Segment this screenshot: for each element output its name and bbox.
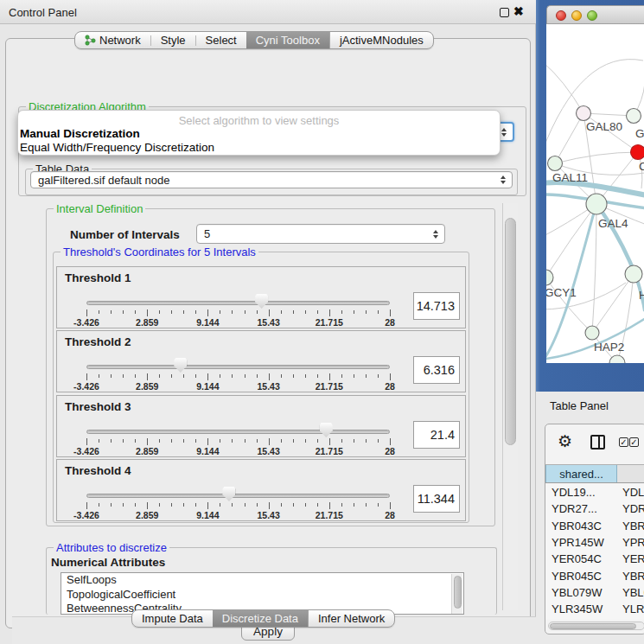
tab-cyni-toolbox[interactable]: Cyni Toolbox [246, 32, 329, 48]
cell-name[interactable]: YBR0 [617, 570, 644, 583]
cell-name[interactable]: YDR2 [617, 502, 644, 515]
attribute-list-item[interactable]: TopologicalCoefficient [61, 588, 463, 603]
threshold-slider-track[interactable] [86, 430, 390, 434]
panel-scrollbar[interactable] [502, 203, 518, 610]
threshold-value-field[interactable]: 11.344 [413, 485, 460, 513]
numerical-attributes-list[interactable]: SelfLoopsTopologicalCoefficientBetweenne… [61, 572, 464, 615]
table-row[interactable]: YER054CYER0 [545, 551, 644, 567]
tick-mark [281, 310, 282, 314]
tab-style[interactable]: Style [151, 32, 195, 48]
cell-name[interactable]: YER0 [617, 552, 644, 565]
threshold-slider-thumb[interactable] [320, 423, 333, 437]
HAP2-node[interactable] [585, 326, 599, 340]
cell-shared-name[interactable]: YLR345W [545, 603, 617, 615]
threshold-value-field[interactable]: 14.713 [413, 292, 460, 320]
scrollbar-thumb[interactable] [454, 576, 462, 609]
scrollbar-thumb[interactable] [550, 623, 636, 629]
dropdown-options: Manual DiscretizationEqual Width/Frequen… [18, 127, 500, 155]
table-row[interactable]: YBR043CYBR0 [545, 518, 644, 534]
cell-shared-name[interactable]: YBR043C [545, 520, 617, 532]
table-horizontal-scrollbar[interactable] [548, 622, 644, 630]
threshold-value-field[interactable]: 21.4 [413, 421, 460, 449]
cell-shared-name[interactable]: YPR145W [545, 536, 617, 549]
tab-network[interactable]: Network [75, 32, 150, 48]
gear-icon[interactable]: ⚙ [558, 431, 572, 451]
cell-name[interactable]: YBR0 [617, 520, 644, 532]
table-row[interactable]: YBL079WYBL0 [545, 584, 644, 601]
threshold-slider-track[interactable] [86, 301, 390, 305]
network-edge [592, 274, 634, 333]
threshold-slider-thumb[interactable] [222, 487, 235, 501]
table-data-combobox[interactable]: galFiltered.sif default node [30, 171, 513, 188]
GAL4-node[interactable] [586, 194, 607, 214]
cell-shared-name[interactable]: YDR27... [545, 502, 617, 515]
cell-shared-name[interactable]: YBR045C [545, 570, 617, 583]
tab-jactivemnodules[interactable]: jActiveMNodules [329, 32, 433, 48]
cell-name[interactable]: YBL0 [617, 586, 644, 599]
table-row[interactable]: YBR045CYBR0 [545, 567, 644, 583]
attributes-scrollbar[interactable] [451, 574, 462, 615]
threshold-label: Threshold 4 [65, 464, 131, 477]
cell-name[interactable]: YPR1 [617, 536, 644, 549]
cell-shared-name[interactable]: YER054C [545, 552, 617, 565]
attribute-list-item[interactable]: SelfLoops [61, 573, 463, 588]
tab-infer-network[interactable]: Infer Network [308, 610, 394, 627]
tick-label: 28 [364, 317, 416, 328]
tick-mark [111, 439, 112, 443]
tick-mark [171, 310, 172, 314]
cell-name[interactable]: YDL1 [617, 486, 644, 499]
network-canvas[interactable]: GAL80GCGAL11GAL4GCY1HHAP2 [546, 24, 644, 363]
cell-name[interactable]: YLR3 [617, 603, 644, 615]
top-right-node[interactable] [627, 109, 641, 124]
GCY1-node[interactable] [546, 270, 553, 285]
cell-shared-name[interactable]: YDL19... [545, 486, 617, 499]
tab-select[interactable]: Select [196, 32, 246, 48]
table-row[interactable]: YDR27...YDR2 [545, 501, 644, 517]
close-traffic-light-icon[interactable] [556, 10, 566, 21]
float-window-icon[interactable] [500, 8, 509, 17]
minimize-traffic-light-icon[interactable] [571, 10, 582, 21]
table-row[interactable]: YPR145WYPR1 [545, 534, 644, 551]
column-header-shared-name[interactable]: shared... [545, 465, 617, 482]
tick-mark [257, 439, 258, 443]
tick-mark [147, 502, 148, 509]
close-icon[interactable]: ✖ [513, 4, 524, 18]
tick-mark [171, 503, 172, 507]
partial-bottom-node[interactable] [609, 355, 625, 363]
column-split-icon[interactable] [590, 435, 605, 450]
number-of-intervals-combobox[interactable]: 5 [196, 224, 445, 244]
tab-impute-data[interactable]: Impute Data [132, 610, 213, 627]
scrollbar-thumb[interactable] [505, 218, 516, 445]
table-panel-area: Table Panel ⚙ ✓ ✓ shared... na YDL19...Y… [536, 392, 644, 644]
threshold-slider-track[interactable] [86, 494, 390, 498]
threshold-label: Threshold 1 [65, 271, 131, 284]
algorithm-option[interactable]: Equal Width/Frequency Discretization [18, 141, 500, 155]
table-row[interactable]: YIL052CYIL0 [545, 617, 644, 620]
table-row[interactable]: YDL19...YDL1 [545, 484, 644, 501]
column-header-name[interactable]: na [617, 465, 644, 482]
tick-mark [390, 373, 391, 380]
tab-discretize-data[interactable]: Discretize Data [213, 610, 308, 627]
tab-label: Discretize Data [222, 612, 298, 625]
tick-mark [195, 374, 196, 378]
thresholds-group-title: Threshold's Coordinates for 5 Intervals [61, 245, 258, 258]
checkbox-icon[interactable]: ✓ [629, 437, 639, 447]
H-node[interactable] [625, 265, 642, 283]
threshold-slider-thumb[interactable] [255, 294, 268, 309]
GAL80-node[interactable] [577, 106, 591, 121]
GAL11-node[interactable] [548, 156, 563, 171]
threshold-value-field[interactable]: 6.316 [413, 356, 460, 384]
node-label-gal4: GAL4 [598, 217, 628, 230]
tick-label: 9.144 [182, 510, 233, 520]
table-row[interactable]: YLR345WYLR3 [545, 601, 644, 617]
checkbox-icon[interactable]: ✓ [619, 437, 628, 447]
threshold-slider-track[interactable] [86, 365, 390, 369]
cell-shared-name[interactable]: YBL079W [545, 586, 617, 599]
algorithm-option[interactable]: Manual Discretization [18, 127, 500, 141]
zoom-traffic-light-icon[interactable] [587, 10, 597, 21]
red-node[interactable] [631, 145, 644, 160]
threshold-slider-thumb[interactable] [174, 358, 187, 373]
node-label-gal11: GAL11 [552, 171, 588, 184]
threshold-panel: Threshold 3 -3.4262.8599.14415.4321.7152… [56, 395, 466, 457]
tick-mark [281, 503, 282, 507]
